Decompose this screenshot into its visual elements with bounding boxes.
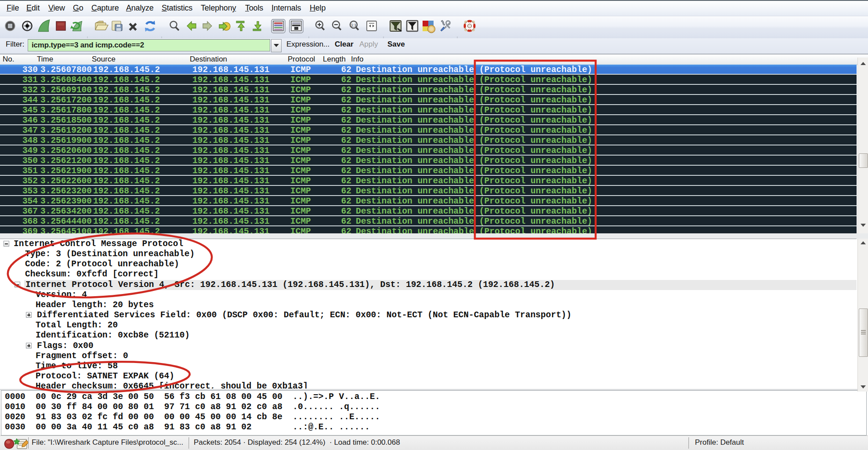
- svg-text:1:1: 1:1: [351, 23, 357, 27]
